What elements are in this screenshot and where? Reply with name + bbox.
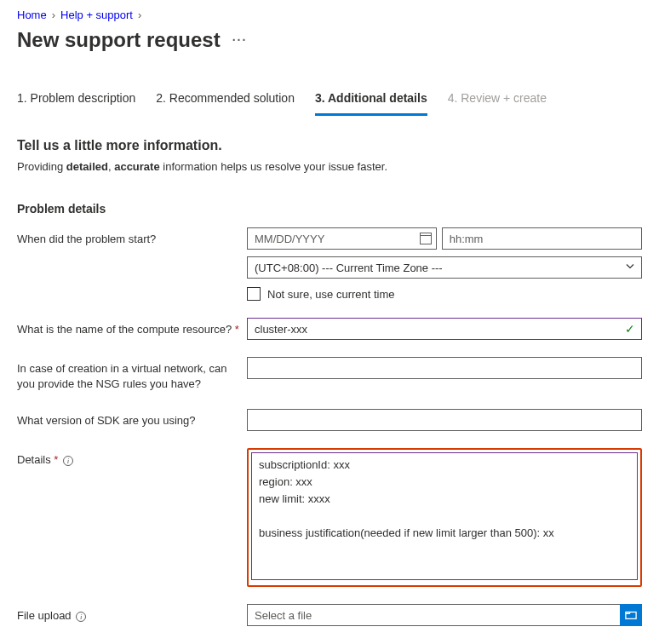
info-section-helper: Providing detailed, accurate information…	[17, 160, 642, 173]
chevron-right-icon: ›	[52, 9, 55, 21]
time-input[interactable]	[442, 227, 642, 250]
details-label: Details	[17, 453, 54, 466]
tab-additional-details[interactable]: 3. Additional details	[315, 86, 427, 116]
breadcrumb-help[interactable]: Help + support	[60, 9, 133, 21]
sdk-label: What version of SDK are you using?	[17, 409, 247, 428]
helper-bold1: detailed	[66, 160, 108, 173]
file-browse-button[interactable]	[620, 604, 642, 626]
when-label: When did the problem start?	[17, 227, 247, 247]
problem-details-heading: Problem details	[17, 202, 642, 216]
details-callout: subscriptionId: xxx region: xxx new limi…	[247, 448, 642, 587]
timezone-select[interactable]: (UTC+08:00) --- Current Time Zone ---	[247, 256, 642, 279]
info-icon[interactable]: i	[63, 456, 73, 466]
sdk-input[interactable]	[247, 409, 642, 431]
resource-label: What is the name of the compute resource…	[17, 323, 235, 336]
helper-bold2: accurate	[114, 160, 159, 173]
date-input[interactable]	[247, 227, 437, 250]
helper-suffix: information helps us resolve your issue …	[160, 160, 387, 173]
page-title: New support request	[17, 28, 221, 52]
info-section-title: Tell us a little more information.	[17, 138, 642, 153]
breadcrumb-home[interactable]: Home	[17, 9, 47, 21]
helper-prefix: Providing	[17, 160, 66, 173]
details-textarea[interactable]: subscriptionId: xxx region: xxx new limi…	[251, 452, 638, 580]
required-icon: *	[54, 453, 58, 466]
file-placeholder: Select a file	[255, 609, 312, 622]
nsg-label: In case of creation in a virtual network…	[17, 357, 247, 392]
resource-name-input[interactable]	[247, 318, 642, 340]
tab-review-create: 4. Review + create	[448, 86, 547, 116]
breadcrumb: Home › Help + support ›	[17, 9, 642, 21]
not-sure-label: Not sure, use current time	[267, 288, 395, 301]
required-icon: *	[235, 323, 239, 336]
page-title-row: New support request ···	[17, 28, 642, 52]
file-upload-label: File upload	[17, 609, 74, 622]
form-grid: When did the problem start? (UTC+08:00) …	[17, 227, 642, 626]
tab-problem-description[interactable]: 1. Problem description	[17, 86, 135, 116]
tab-recommended-solution[interactable]: 2. Recommended solution	[156, 86, 295, 116]
nsg-input[interactable]	[247, 357, 642, 379]
file-select-input[interactable]: Select a file	[247, 604, 620, 626]
chevron-right-icon: ›	[138, 9, 141, 21]
checkmark-icon: ✓	[625, 322, 635, 336]
more-actions-button[interactable]: ···	[232, 33, 248, 47]
not-sure-checkbox[interactable]	[247, 287, 261, 301]
wizard-tabs: 1. Problem description 2. Recommended so…	[17, 86, 642, 116]
calendar-icon[interactable]	[420, 233, 432, 244]
info-icon[interactable]: i	[76, 612, 86, 622]
